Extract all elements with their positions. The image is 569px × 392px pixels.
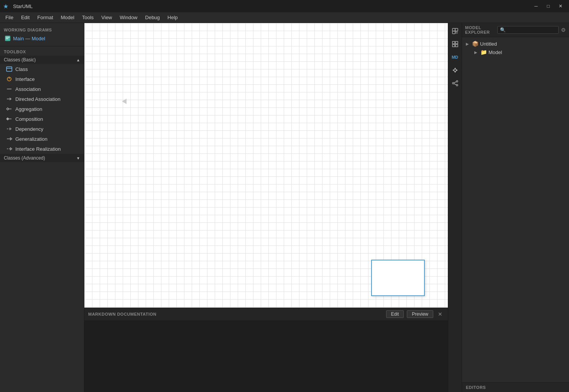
svg-rect-2 (6, 38, 8, 39)
association-icon (6, 86, 12, 92)
tree-arrow-untitled: ▶ (466, 42, 470, 46)
toolbar-grid-button[interactable] (449, 38, 461, 50)
svg-rect-24 (452, 44, 455, 47)
svg-point-31 (452, 82, 454, 84)
minimize-button[interactable]: ─ (531, 2, 541, 10)
directed-association-label: Directed Association (15, 96, 61, 102)
interface-realization-icon (6, 146, 12, 152)
model-explorer-gear-icon[interactable]: ⚙ (561, 27, 566, 33)
toolbox-item-directed-association[interactable]: Directed Association (0, 94, 84, 104)
svg-rect-19 (455, 28, 458, 31)
toolbox-header: TOOLBOX (0, 46, 84, 56)
composition-icon (6, 116, 12, 122)
model-tree: ▶ 📦 Untitled ▶ 📁 Model (462, 37, 569, 59)
interface-realization-label: Interface Realization (15, 146, 61, 152)
markdown-title: MARKDOWN DOCUMENTATION (88, 312, 383, 316)
app-title: StarUML (13, 3, 33, 9)
maximize-button[interactable]: □ (543, 2, 554, 10)
toolbar-share-button[interactable] (449, 77, 461, 89)
menu-file[interactable]: File (2, 13, 17, 22)
svg-line-34 (454, 84, 456, 85)
markdown-header: MARKDOWN DOCUMENTATION Edit Preview ✕ (84, 308, 448, 320)
toolbox-item-interface[interactable]: Interface (0, 74, 84, 84)
editors-header: EDITORS (462, 383, 569, 392)
toolbox-collapse-arrow-down-icon: ▼ (76, 156, 80, 160)
toolbox-item-class[interactable]: Class (0, 64, 84, 74)
tree-label-model: Model (488, 49, 502, 55)
editors-section: EDITORS (462, 382, 569, 392)
titlebar: ★ StarUML ─ □ ✕ (0, 0, 569, 12)
toolbox-classes-advanced-header[interactable]: Classes (Advanced) ▼ (0, 154, 84, 162)
composition-label: Composition (15, 116, 43, 122)
svg-rect-21 (455, 31, 458, 34)
menubar: File Edit Format Model Tools View Window… (0, 12, 569, 23)
interface-icon (6, 76, 12, 82)
diagram-item-main[interactable]: Main — Model (0, 34, 84, 43)
tree-arrow-model: ▶ (474, 50, 479, 54)
svg-rect-22 (452, 41, 455, 44)
toolbox-collapse-arrow-up-icon: ▲ (76, 58, 80, 62)
svg-marker-15 (10, 138, 12, 140)
toolbar-markdown-button[interactable]: MD (449, 51, 461, 63)
toolbox-item-interface-realization[interactable]: Interface Realization (0, 144, 84, 154)
toolbox-section-basic: Classes (Basic) ▲ Class Interface (0, 56, 84, 154)
svg-marker-10 (7, 108, 9, 110)
left-sidebar: WORKING DIAGRAMS Main — Model TOOLBOX Cl… (0, 23, 84, 392)
interface-label: Interface (15, 76, 35, 82)
svg-rect-20 (452, 31, 455, 34)
toolbox-item-composition[interactable]: Composition (0, 114, 84, 124)
tree-node-untitled[interactable]: ▶ 📦 Untitled (464, 40, 567, 48)
canvas-element-box[interactable] (371, 260, 425, 296)
diagram-item-label: Main — Model (13, 36, 45, 41)
class-label: Class (15, 66, 28, 72)
menu-edit[interactable]: Edit (17, 13, 33, 22)
menu-debug[interactable]: Debug (141, 13, 164, 22)
svg-rect-23 (456, 41, 458, 44)
toolbox-item-dependency[interactable]: Dependency (0, 124, 84, 134)
svg-marker-17 (10, 148, 12, 150)
menu-model[interactable]: Model (57, 13, 78, 22)
aggregation-icon (6, 106, 12, 112)
association-label: Association (15, 86, 41, 92)
tree-node-model[interactable]: ▶ 📁 Model (464, 48, 567, 56)
class-icon (6, 66, 12, 72)
canvas-grid (84, 23, 448, 308)
generalization-icon (6, 136, 12, 142)
toolbox-section-advanced: Classes (Advanced) ▼ (0, 154, 84, 162)
main-layout: WORKING DIAGRAMS Main — Model TOOLBOX Cl… (0, 23, 569, 392)
generalization-label: Generalization (15, 136, 48, 142)
toolbar-puzzle-button[interactable] (449, 25, 461, 37)
svg-line-33 (454, 82, 456, 83)
markdown-preview-button[interactable]: Preview (407, 310, 433, 318)
toolbox-classes-advanced-label: Classes (Advanced) (4, 155, 45, 161)
toolbox-item-association[interactable]: Association (0, 84, 84, 94)
menu-window[interactable]: Window (116, 13, 141, 22)
tree-icon-model: 📁 (480, 49, 487, 55)
toolbox-section: TOOLBOX Classes (Basic) ▲ Class Inte (0, 46, 84, 392)
center-area: MARKDOWN DOCUMENTATION Edit Preview ✕ (84, 23, 448, 392)
app-logo-icon: ★ (3, 3, 10, 10)
diagram-icon (5, 35, 11, 41)
aggregation-label: Aggregation (15, 106, 42, 112)
markdown-close-button[interactable]: ✕ (436, 311, 444, 317)
toolbox-item-aggregation[interactable]: Aggregation (0, 104, 84, 114)
menu-help[interactable]: Help (164, 13, 182, 22)
markdown-body[interactable] (84, 320, 448, 392)
svg-rect-25 (456, 44, 458, 47)
menu-format[interactable]: Format (33, 13, 57, 22)
model-explorer-search[interactable] (497, 26, 559, 34)
toolbox-classes-basic-header[interactable]: Classes (Basic) ▲ (0, 56, 84, 64)
tree-label-untitled: Untitled (480, 41, 497, 47)
close-button[interactable]: ✕ (555, 2, 566, 10)
markdown-edit-button[interactable]: Edit (386, 310, 404, 318)
right-toolbar: MD (448, 23, 462, 392)
diagram-canvas[interactable] (84, 23, 448, 308)
directed-association-icon (6, 96, 12, 102)
menu-view[interactable]: View (97, 13, 116, 22)
toolbox-classes-basic-label: Classes (Basic) (4, 57, 36, 63)
toolbox-item-generalization[interactable]: Generalization (0, 134, 84, 144)
right-sidebar: MODEL EXPLORER ⚙ ▶ 📦 Untitled ▶ 📁 Model … (462, 23, 569, 392)
menu-tools[interactable]: Tools (78, 13, 97, 22)
toolbar-move-button[interactable] (449, 64, 461, 76)
working-diagrams-section: WORKING DIAGRAMS Main — Model (0, 23, 84, 44)
